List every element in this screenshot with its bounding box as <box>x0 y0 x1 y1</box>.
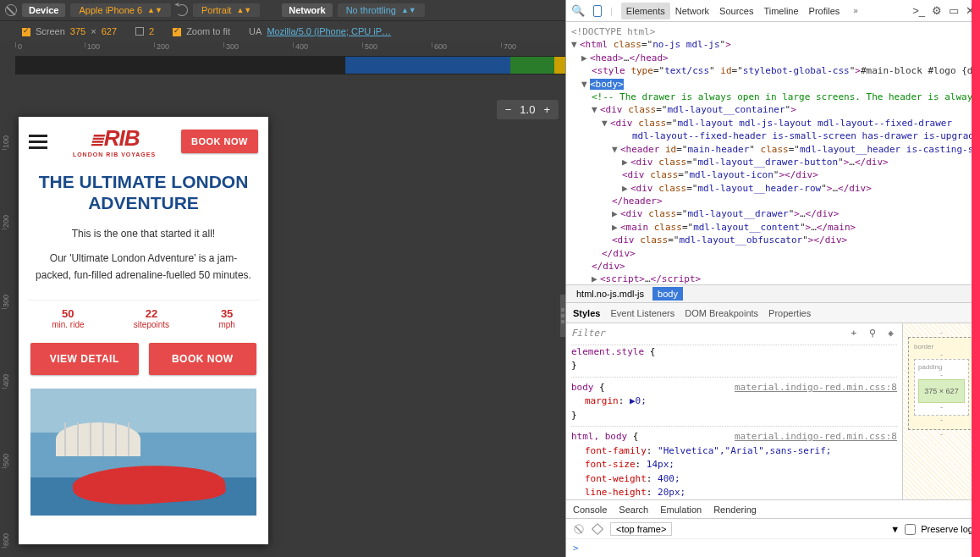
zoom-out-icon[interactable]: − <box>505 103 512 116</box>
dom-tree[interactable]: <!DOCTYPE html>▼<html class="no-js mdl-j… <box>566 22 980 284</box>
devtools-tab-profiles[interactable]: Profiles <box>804 3 845 19</box>
window-edge <box>972 0 980 557</box>
console-tab[interactable]: Console <box>573 505 607 515</box>
screen-label: Screen <box>36 26 65 36</box>
devtools-toolbar: 🔍 | ElementsNetworkSourcesTimelineProfil… <box>566 0 980 22</box>
orientation-select[interactable]: Portrait▲▼ <box>193 3 260 17</box>
console-tab[interactable]: Search <box>619 505 648 515</box>
styles-tab[interactable]: Styles <box>573 308 600 318</box>
styles-tab[interactable]: Properties <box>768 308 811 318</box>
breadcrumb-item[interactable]: html.no-js.mdl-js <box>571 287 649 301</box>
book-now-header-button[interactable]: BOOK NOW <box>181 130 258 153</box>
ruler-vertical: 100200300400500600 <box>0 56 15 557</box>
reload-icon[interactable] <box>176 4 188 16</box>
book-now-button[interactable]: BOOK NOW <box>149 343 257 375</box>
context-chevron-icon[interactable]: ▼ <box>890 524 900 534</box>
viewport-area: 0100200300400500600700 10020030040050060… <box>0 41 565 557</box>
console-drawer-icon[interactable]: >_ <box>912 4 925 17</box>
devtools-tab-elements[interactable]: Elements <box>621 3 670 19</box>
device-viewport: RIB LONDON RIB VOYAGES BOOK NOW THE ULTI… <box>19 117 268 544</box>
filter-icon[interactable] <box>592 522 603 534</box>
devtools-panel: 🔍 | ElementsNetworkSourcesTimelineProfil… <box>565 0 980 557</box>
styles-filter-input[interactable]: Filter <box>571 327 605 341</box>
device-mode-icon[interactable] <box>593 5 602 17</box>
devtools-tab-timeline[interactable]: Timeline <box>758 3 803 19</box>
stat-item: 35mph <box>218 307 234 329</box>
view-detail-button[interactable]: VIEW DETAIL <box>30 343 139 375</box>
settings-icon[interactable]: ⚙ <box>932 4 942 17</box>
zoom-in-icon[interactable]: + <box>543 103 550 116</box>
zoom-label: Zoom to fit <box>186 26 230 36</box>
dom-breadcrumb[interactable]: html.no-js.mdl-jsbody <box>566 284 980 303</box>
timeline-strip[interactable] <box>15 56 565 74</box>
hero-title: THE ULTIMATE LONDON ADVENTURE <box>19 166 268 222</box>
logo[interactable]: RIB LONDON RIB VOYAGES <box>73 125 156 157</box>
stat-item: 50min. ride <box>52 307 84 329</box>
console-drawer-tabs: ConsoleSearchEmulationRendering <box>566 500 980 519</box>
dpr-value[interactable]: 2 <box>149 26 154 36</box>
ruler-horizontal: 0100200300400500600700 <box>15 41 565 56</box>
styles-toolbar-icons[interactable]: + ⚲ ◈ <box>851 327 898 341</box>
network-throttle-select[interactable]: No throttling▲▼ <box>338 3 425 17</box>
network-label: Network <box>282 3 332 17</box>
console-prompt[interactable]: > <box>566 539 980 557</box>
stat-item: 22sitepoints <box>134 307 169 329</box>
styles-tab[interactable]: Event Listeners <box>610 308 674 318</box>
hero-desc-1: This is the one that started it all! <box>19 222 268 245</box>
ua-label: UA <box>249 26 262 36</box>
console-toolbar: <top frame> ▼ Preserve log <box>566 519 980 539</box>
console-tab[interactable]: Emulation <box>660 505 702 515</box>
console-tab[interactable]: Rendering <box>713 505 757 515</box>
screen-width[interactable]: 375 <box>70 26 85 36</box>
zoom-value: 1.0 <box>520 103 535 116</box>
breadcrumb-item[interactable]: body <box>652 287 683 301</box>
devtools-tab-sources[interactable]: Sources <box>714 3 758 19</box>
screen-height[interactable]: 627 <box>102 26 117 36</box>
cancel-icon[interactable] <box>5 4 17 16</box>
css-rules[interactable]: Filter + ⚲ ◈ element.style {}material.in… <box>566 323 902 499</box>
more-tabs-icon[interactable]: » <box>853 6 858 15</box>
device-select[interactable]: Apple iPhone 6▲▼ <box>70 3 170 17</box>
screen-checkbox[interactable] <box>22 28 30 36</box>
dpr-icon <box>135 27 144 36</box>
device-toolbar: Device Apple iPhone 6▲▼ Portrait▲▼ Netwo… <box>0 0 565 41</box>
menu-icon[interactable] <box>29 135 47 149</box>
styles-tabs: StylesEvent ListenersDOM BreakpointsProp… <box>566 303 980 323</box>
zoom-checkbox[interactable] <box>173 28 181 36</box>
preserve-log-checkbox[interactable] <box>905 524 916 535</box>
ua-value[interactable]: Mozilla/5.0 (iPhone; CPU iP… <box>267 26 391 36</box>
hero-desc-2: Our 'Ultimate London Adventure' is a jam… <box>19 246 268 288</box>
context-select[interactable]: <top frame> <box>610 522 672 536</box>
box-model[interactable]: - border - padding - 375 × 627 - - - <box>902 323 980 499</box>
stats-row: 50min. ride22sitepoints35mph <box>27 300 260 329</box>
inspect-icon[interactable]: 🔍 <box>571 4 585 17</box>
devtools-tab-network[interactable]: Network <box>670 3 714 19</box>
styles-tab[interactable]: DOM Breakpoints <box>685 308 758 318</box>
zoom-control[interactable]: − 1.0 + <box>497 100 559 119</box>
preserve-log-label: Preserve log <box>921 524 973 534</box>
dock-icon[interactable]: ▭ <box>949 4 959 17</box>
device-label: Device <box>22 3 65 17</box>
hero-image <box>30 389 256 516</box>
clear-console-icon[interactable] <box>574 524 583 533</box>
